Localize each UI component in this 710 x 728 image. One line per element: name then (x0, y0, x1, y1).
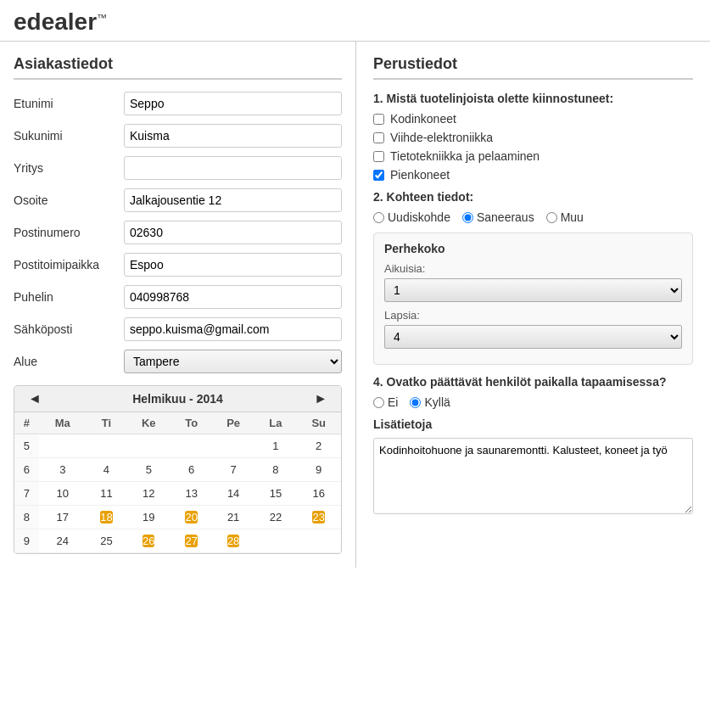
cal-header-to: To (171, 412, 212, 434)
calendar-next-button[interactable]: ► (309, 391, 333, 406)
form-row: Postinumero (14, 221, 342, 244)
field-alue[interactable]: Tampere (124, 350, 342, 373)
cal-header-su: Su (296, 412, 341, 434)
cal-day[interactable]: 5 (126, 458, 171, 482)
cal-day[interactable]: 18 (87, 506, 126, 529)
checkbox-row: Viihde-elektroniikka (373, 131, 693, 144)
cal-header-ti: Ti (87, 412, 126, 434)
kohde-radio-group: Uudiskohde Saneeraus Muu (373, 210, 693, 224)
lisatietoja-textarea[interactable] (373, 438, 693, 514)
right-section-title: Perustiedot (373, 55, 693, 80)
form-label: Postitoimipaikka (14, 258, 124, 272)
perhekoko-title: Perhekoko (384, 242, 682, 255)
cal-day[interactable]: 14 (212, 482, 255, 506)
cal-day[interactable]: 26 (126, 529, 171, 553)
kohde-radio-muu[interactable] (546, 212, 557, 223)
paikalla-radio-label[interactable]: Ei (373, 395, 398, 409)
checkbox-label: Pienkoneet (390, 168, 450, 182)
kohde-radio-label[interactable]: Muu (546, 210, 584, 224)
field-postitoimipaikka[interactable] (124, 253, 342, 277)
cal-day[interactable]: 25 (87, 529, 126, 553)
checkbox-pienkoneet[interactable] (373, 170, 384, 181)
form-row: Postitoimipaikka (14, 253, 342, 277)
field-osoite[interactable] (124, 188, 342, 212)
cal-day[interactable]: 9 (296, 458, 341, 482)
lapsia-label: Lapsia: (384, 309, 682, 322)
cal-day[interactable]: 22 (255, 506, 297, 529)
cal-header-la: La (255, 412, 297, 434)
field-etunimi[interactable] (124, 92, 342, 115)
aikuisia-label: Aikuisia: (384, 262, 682, 275)
checkbox-viihde-elektroniikka[interactable] (373, 132, 384, 143)
cal-week-num: 5 (14, 434, 39, 458)
cal-day[interactable]: 11 (87, 482, 126, 506)
right-panel: Perustiedot 1. Mistä tuotelinjoista olet… (356, 42, 710, 530)
cal-day[interactable]: 2 (296, 434, 341, 458)
cal-day (212, 434, 255, 458)
form-label: Yritys (14, 161, 124, 175)
field-postinumero[interactable] (124, 221, 342, 244)
kohde-radio-label[interactable]: Saneeraus (462, 210, 534, 224)
cal-day (39, 434, 87, 458)
cal-day[interactable]: 13 (171, 482, 212, 506)
left-panel: Asiakastiedot EtunimiSukunimiYritysOsoit… (0, 42, 356, 568)
calendar: ◄ Helmikuu - 2014 ► #MaTiKeToPeLaSu 5126… (14, 385, 342, 554)
perhekoko-section: Perhekoko Aikuisia: 12345 Lapsia: 012345 (373, 232, 693, 365)
cal-day[interactable]: 8 (255, 458, 297, 482)
checkbox-row: Pienkoneet (373, 168, 693, 182)
cal-day[interactable]: 4 (87, 458, 126, 482)
calendar-table: #MaTiKeToPeLaSu 512634567897101112131415… (14, 412, 341, 553)
paikalla-radio-group: Ei Kyllä (373, 395, 693, 409)
lapsia-select[interactable]: 012345 (384, 325, 682, 349)
form-row: Yritys (14, 156, 342, 180)
cal-week-num: 6 (14, 458, 39, 482)
field-sukunimi[interactable] (124, 124, 342, 148)
field-yritys[interactable] (124, 156, 342, 180)
cal-day[interactable]: 3 (39, 458, 87, 482)
cal-header-ke: Ke (126, 412, 171, 434)
cal-header-pe: Pe (212, 412, 255, 434)
cal-day (255, 529, 297, 553)
form-label: Etunimi (14, 97, 124, 110)
cal-day[interactable]: 1 (255, 434, 297, 458)
lisatietoja-label: Lisätietoja (373, 417, 693, 431)
form-row: Sähköposti (14, 317, 342, 341)
cal-day[interactable]: 17 (39, 506, 87, 529)
form-label: Sukunimi (14, 129, 124, 143)
checkbox-kodinkoneet[interactable] (373, 114, 384, 125)
cal-day[interactable]: 23 (296, 506, 341, 529)
cal-day[interactable]: 21 (212, 506, 255, 529)
checkbox-tietotekniikka-ja-pelaaminen[interactable] (373, 151, 384, 162)
field-s-hk-posti[interactable] (124, 317, 342, 341)
calendar-prev-button[interactable]: ◄ (23, 391, 47, 406)
form-label: Osoite (14, 193, 124, 207)
cal-day[interactable]: 19 (126, 506, 171, 529)
kohde-radio-saneeraus[interactable] (462, 212, 473, 223)
cal-day[interactable]: 20 (171, 506, 212, 529)
paikalla-radio-ei[interactable] (373, 397, 384, 408)
paikalla-radio-kyllä[interactable] (410, 397, 421, 408)
q1-label: 1. Mistä tuotelinjoista olette kiinnostu… (373, 92, 693, 105)
cal-day[interactable]: 15 (255, 482, 297, 506)
cal-week-num: 9 (14, 529, 39, 553)
kohde-radio-uudiskohde[interactable] (373, 212, 384, 223)
cal-day[interactable]: 10 (39, 482, 87, 506)
left-section-title: Asiakastiedot (14, 55, 342, 80)
cal-day[interactable]: 24 (39, 529, 87, 553)
checkbox-label: Viihde-elektroniikka (390, 131, 493, 144)
field-puhelin[interactable] (124, 285, 342, 309)
checkbox-row: Tietotekniikka ja pelaaminen (373, 149, 693, 163)
checkbox-row: Kodinkoneet (373, 112, 693, 126)
cal-day[interactable]: 12 (126, 482, 171, 506)
cal-day[interactable]: 16 (296, 482, 341, 506)
kohde-radio-label[interactable]: Uudiskohde (373, 210, 450, 224)
cal-day[interactable]: 7 (212, 458, 255, 482)
cal-day[interactable]: 28 (212, 529, 255, 553)
cal-day[interactable]: 6 (171, 458, 212, 482)
paikalla-radio-label[interactable]: Kyllä (410, 395, 450, 409)
main-content: Asiakastiedot EtunimiSukunimiYritysOsoit… (0, 42, 710, 568)
aikuisia-select[interactable]: 12345 (384, 278, 682, 302)
cal-day[interactable]: 27 (171, 529, 212, 553)
cal-week-num: 7 (14, 482, 39, 506)
form-label: Puhelin (14, 290, 124, 304)
